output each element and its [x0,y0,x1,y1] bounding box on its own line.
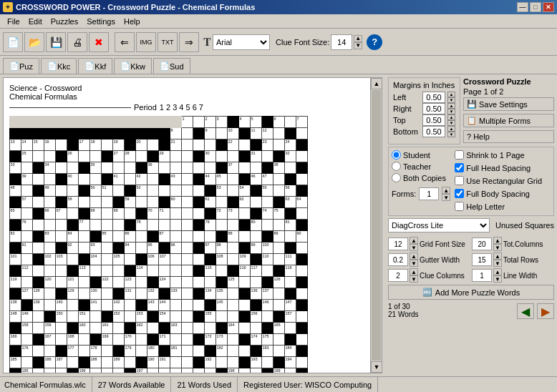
menu-edit[interactable]: Edit [24,16,47,27]
forward-button[interactable]: ⇒ [179,32,199,52]
tab-sud-icon: 📄 [160,62,170,71]
period-row: Period 1 2 3 4 5 6 7 [9,103,367,112]
tab-kkc[interactable]: 📄 Kkc [41,58,77,74]
grid-font-size-row: ▲ ▼ Grid Font Size [388,237,470,251]
open-button[interactable]: 📂 [24,32,44,52]
scroll-bar: ▲ ▼ [370,78,382,373]
line-width-input[interactable] [472,269,492,282]
multiple-forms-button[interactable]: 📋 Multiple Forms [463,114,554,127]
gutter-width-input[interactable] [388,253,408,266]
lw-up[interactable]: ▲ [493,268,502,275]
nav-right-arrow[interactable]: ▶ [537,303,554,319]
cp-title: Crossword Puzzle [463,77,554,86]
tab-kkf[interactable]: 📄 Kkf [78,58,112,74]
tab-sud[interactable]: 📄 Sud [153,58,190,74]
clue-size-down[interactable]: ▼ [354,42,362,49]
cc-down[interactable]: ▼ [410,275,418,283]
radio-both-input[interactable] [392,173,401,182]
save-settings-button[interactable]: 💾 Save Settings [463,97,554,111]
forms-input[interactable] [419,187,439,200]
margin-left-up[interactable]: ▲ [447,92,455,97]
save-button[interactable]: 💾 [46,32,66,52]
check-shrink-label: Shrink to 1 Page [466,151,524,160]
margin-left-input[interactable] [422,92,445,103]
gfs-up[interactable]: ▲ [410,237,418,244]
menu-help[interactable]: Help [120,16,145,27]
stop-button[interactable]: ✖ [89,32,109,52]
check-full-head-input[interactable] [455,163,464,172]
margin-right-down[interactable]: ▼ [447,109,455,114]
menu-file[interactable]: File [3,16,24,27]
add-words-button[interactable]: 🔤 Add More Puzzle Words [388,285,554,300]
tr-down[interactable]: ▼ [493,260,502,267]
tc-down[interactable]: ▼ [493,244,502,251]
clue-font-size-label: Clue Font Size: [276,38,329,46]
tr-up[interactable]: ▲ [493,253,502,260]
puzzle-area: ▲ ▼ Science - Crossword Chemical Formula… [3,77,382,373]
print-button[interactable]: 🖨 [67,32,87,52]
clue-font-size-input[interactable] [331,34,352,50]
tc-up[interactable]: ▲ [493,237,502,244]
font-selector[interactable]: Arial [213,34,270,50]
margin-right-label: Right [393,104,420,113]
total-rows-input[interactable] [472,253,492,266]
margin-right-input[interactable] [422,103,445,114]
grid-font-size-input[interactable] [388,237,408,250]
radio-student-input[interactable] [392,150,401,160]
margin-bottom-down[interactable]: ▼ [447,132,455,137]
tab-puz[interactable]: 📄 Puz [3,58,39,74]
margin-top-down[interactable]: ▼ [447,120,455,126]
nav-left-arrow[interactable]: ◀ [517,303,534,319]
image-button[interactable]: IMG [136,32,156,52]
scroll-up[interactable]: ▲ [371,78,382,89]
lw-down[interactable]: ▼ [493,275,502,283]
forms-down[interactable]: ▼ [442,194,450,201]
check-shrink-input[interactable] [455,150,464,160]
help-panel-button[interactable]: ? Help [463,130,554,143]
tot-columns-input[interactable] [472,237,492,250]
radio-teacher-input[interactable] [392,162,401,171]
margin-bottom-input[interactable] [422,126,445,137]
menu-bar: File Edit Puzzles Settings Help [0,14,557,29]
diagcross-row: DiagCross Lite Unused Squares [388,218,554,232]
gutter-width-label: Gutter Width [420,256,470,264]
nav-arrows: ◀ ▶ [517,303,554,319]
scroll-thumb [372,90,381,361]
help-button[interactable]: ? [367,34,382,50]
cc-up[interactable]: ▲ [410,268,418,275]
margin-top-label: Top [393,116,420,124]
puzzle-content: Science - Crossword Chemical Formulas Pe… [4,78,382,373]
right-panel: Margins in Inches Left ▲ ▼ Right ▲ ▼ [385,74,557,376]
gw-down[interactable]: ▼ [410,260,418,267]
minimize-button[interactable]: — [517,2,528,12]
text-button[interactable]: TXT [158,32,178,52]
add-words-icon: 🔤 [422,288,432,297]
margin-right-spinner: ▲ ▼ [447,103,455,114]
clue-size-up[interactable]: ▲ [354,35,362,42]
check-shrink: Shrink to 1 Page [455,150,542,160]
margin-bottom-up[interactable]: ▲ [447,126,455,132]
menu-puzzles[interactable]: Puzzles [47,16,83,27]
margin-bottom-spinner: ▲ ▼ [447,126,455,137]
scroll-down[interactable]: ▼ [371,361,382,373]
clue-columns-input[interactable] [388,269,408,282]
period-nums: 1 2 3 4 5 6 7 [160,103,203,112]
margins-section: Margins in Inches Left ▲ ▼ Right ▲ ▼ [388,77,460,144]
margin-top-input[interactable] [422,114,445,126]
margin-right-up[interactable]: ▲ [447,103,455,109]
tab-kkw[interactable]: 📄 Kkw [114,58,152,74]
margin-left-down[interactable]: ▼ [447,97,455,103]
new-button[interactable]: 📄 [3,32,23,52]
close-button[interactable]: ✕ [543,2,554,12]
check-full-body-input[interactable] [455,189,464,198]
diagcross-select[interactable]: DiagCross Lite [388,218,490,232]
maximize-button[interactable]: □ [530,2,541,12]
check-help-letter-input[interactable] [455,202,464,211]
forms-up[interactable]: ▲ [442,187,450,194]
menu-settings[interactable]: Settings [82,16,120,27]
gw-up[interactable]: ▲ [410,253,418,260]
check-rectangular-input[interactable] [455,176,464,185]
back-button[interactable]: ⇐ [115,32,135,52]
gfs-down[interactable]: ▼ [410,244,418,251]
margin-top-up[interactable]: ▲ [447,114,455,120]
